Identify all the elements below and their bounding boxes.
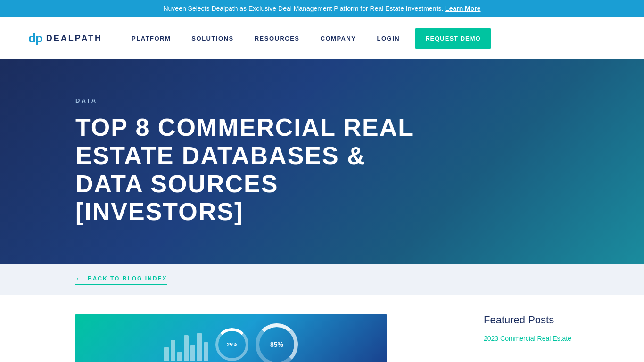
nav-item-platform[interactable]: PLATFORM [121, 17, 181, 59]
bar-chart [164, 328, 208, 361]
back-to-blog-link[interactable]: ← BACK TO BLOG INDEX [75, 274, 167, 285]
nav-item-resources[interactable]: RESOURCES [244, 17, 310, 59]
logo-icon: dp [28, 31, 42, 46]
sidebar-title: Featured Posts [484, 314, 616, 326]
nav-item-login[interactable]: LOGIN [367, 17, 411, 59]
sidebar: Featured Posts 2023 Commercial Real Esta… [484, 314, 616, 362]
request-demo-button[interactable]: REQUEST DEMO [415, 28, 491, 49]
announcement-bar: Nuveen Selects Dealpath as Exclusive Dea… [0, 0, 644, 17]
big-circle-value: 85% [270, 341, 283, 348]
bar-6 [197, 333, 202, 361]
announcement-text: Nuveen Selects Dealpath as Exclusive Dea… [163, 5, 443, 12]
main-content: 25% 85% [75, 314, 465, 362]
chart-overlay: 25% 85% [75, 314, 387, 362]
main-nav: PLATFORM SOLUTIONS RESOURCES COMPANY LOG… [121, 17, 616, 59]
nav-item-company[interactable]: COMPANY [310, 17, 367, 59]
logo[interactable]: dp DEALPATH [28, 31, 102, 46]
announcement-link[interactable]: Learn More [445, 5, 480, 12]
back-to-blog-label: BACK TO BLOG INDEX [88, 275, 167, 282]
nav-item-solutions[interactable]: SOLUTIONS [181, 17, 244, 59]
back-nav-bar: ← BACK TO BLOG INDEX [0, 264, 644, 295]
bar-7 [204, 342, 208, 361]
hero-category: DATA [75, 97, 616, 104]
logo-wordmark: DEALPATH [46, 33, 102, 43]
hero-title: TOP 8 COMMERCIAL REAL ESTATE DATABASES &… [75, 114, 429, 226]
arrow-left-icon: ← [75, 274, 84, 283]
bar-2 [171, 340, 175, 361]
sidebar-featured-link-1[interactable]: 2023 Commercial Real Estate [484, 335, 616, 342]
content-section: 25% 85% Featured Posts 2023 Commercial R… [0, 295, 644, 362]
circle-value: 25% [227, 342, 237, 347]
bar-5 [190, 345, 195, 361]
hero-section: DATA TOP 8 COMMERCIAL REAL ESTATE DATABA… [0, 59, 644, 264]
small-donut-chart: 25% [215, 328, 248, 361]
bar-1 [164, 347, 169, 361]
header: dp DEALPATH PLATFORM SOLUTIONS RESOURCES… [0, 17, 644, 59]
bar-4 [184, 335, 189, 361]
article-image: 25% 85% [75, 314, 387, 362]
bar-3 [177, 352, 182, 361]
large-donut-chart: 85% [256, 323, 298, 362]
